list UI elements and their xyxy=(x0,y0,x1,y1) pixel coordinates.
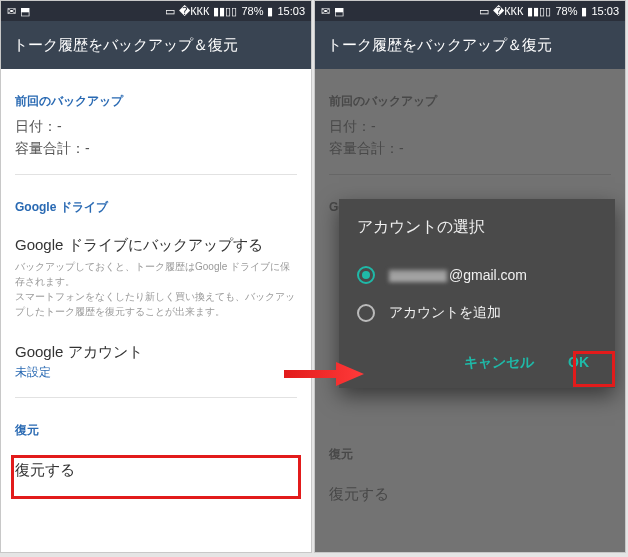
wifi-icon: �ККК xyxy=(179,5,209,18)
google-account-row[interactable]: Google アカウント xyxy=(15,343,297,362)
backup-size: 容量合計：- xyxy=(15,140,297,158)
clock: 15:03 xyxy=(277,5,305,17)
wifi-icon: �ККК xyxy=(493,5,523,18)
restore-header: 復元 xyxy=(15,422,297,439)
signal-icon: ▮▮▯▯ xyxy=(527,5,551,18)
page-title: トーク履歴をバックアップ＆復元 xyxy=(13,36,238,55)
battery-icon: ▮ xyxy=(581,5,587,18)
add-account-label: アカウントを追加 xyxy=(389,304,501,322)
ok-button[interactable]: OK xyxy=(560,348,597,378)
mail-icon: ✉ xyxy=(7,5,16,18)
divider xyxy=(15,397,297,398)
account-select-dialog: アカウントの選択 @gmail.com アカウントを追加 キャンセル OK xyxy=(339,199,615,388)
divider xyxy=(15,174,297,175)
dropbox-icon: ⬒ xyxy=(334,5,344,18)
phone-right: ✉ ⬒ ▭ �ККК ▮▮▯▯ 78% ▮ 15:03 トーク履歴をバックアップ… xyxy=(314,0,626,553)
backup-description: バックアップしておくと、トーク履歴はGoogle ドライブに保存されます。 スマ… xyxy=(15,259,297,319)
email-suffix: @gmail.com xyxy=(449,267,527,283)
radio-selected-icon xyxy=(357,266,375,284)
backup-date: 日付：- xyxy=(15,118,297,136)
redacted-mask xyxy=(389,270,447,282)
status-bar: ✉ ⬒ ▭ �ККК ▮▮▯▯ 78% ▮ 15:03 xyxy=(1,1,311,21)
backup-to-drive[interactable]: Google ドライブにバックアップする xyxy=(15,236,297,255)
add-account-option[interactable]: アカウントを追加 xyxy=(357,294,597,332)
vibrate-icon: ▭ xyxy=(479,5,489,18)
account-option-1[interactable]: @gmail.com xyxy=(357,256,597,294)
account-email: @gmail.com xyxy=(389,267,527,283)
content: 前回のバックアップ 日付：- 容量合計：- Google ドライブ Google… xyxy=(1,93,311,494)
dialog-title: アカウントの選択 xyxy=(357,217,597,238)
radio-unselected-icon xyxy=(357,304,375,322)
app-bar: トーク履歴をバックアップ＆復元 xyxy=(315,21,625,69)
status-bar: ✉ ⬒ ▭ �ККК ▮▮▯▯ 78% ▮ 15:03 xyxy=(315,1,625,21)
mail-icon: ✉ xyxy=(321,5,330,18)
battery-percent: 78% xyxy=(555,5,577,17)
last-backup-header: 前回のバックアップ xyxy=(15,93,297,110)
battery-percent: 78% xyxy=(241,5,263,17)
vibrate-icon: ▭ xyxy=(165,5,175,18)
signal-icon: ▮▮▯▯ xyxy=(213,5,237,18)
restore-button[interactable]: 復元する xyxy=(15,447,297,494)
account-status: 未設定 xyxy=(15,364,297,381)
drive-header: Google ドライブ xyxy=(15,199,297,216)
dropbox-icon: ⬒ xyxy=(20,5,30,18)
battery-icon: ▮ xyxy=(267,5,273,18)
app-bar: トーク履歴をバックアップ＆復元 xyxy=(1,21,311,69)
phone-left: ✉ ⬒ ▭ �ККК ▮▮▯▯ 78% ▮ 15:03 トーク履歴をバックアップ… xyxy=(0,0,312,553)
page-title: トーク履歴をバックアップ＆復元 xyxy=(327,36,552,55)
clock: 15:03 xyxy=(591,5,619,17)
cancel-button[interactable]: キャンセル xyxy=(456,348,542,378)
